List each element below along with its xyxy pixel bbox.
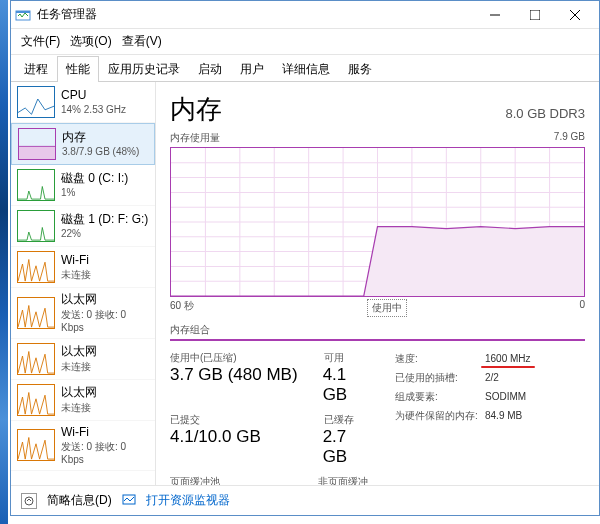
sidebar-item-disk-2[interactable]: 磁盘 0 (C: I:)1%	[11, 165, 155, 206]
composition-label: 内存组合	[170, 323, 585, 337]
stat-value: 4.1 GB	[323, 365, 375, 405]
sidebar-item-sub: 22%	[61, 227, 148, 240]
stat-key: 为硬件保留的内存:	[395, 408, 485, 423]
sidebar-item-label: 内存	[62, 130, 139, 146]
brief-info-button[interactable]: 简略信息(D)	[47, 492, 112, 509]
sidebar-item-sub: 发送: 0 接收: 0 Kbps	[61, 440, 149, 466]
sidebar-item-label: 以太网	[61, 292, 149, 308]
maximize-button[interactable]	[515, 2, 555, 28]
sidebar-item-sub: 1%	[61, 186, 128, 199]
stat-key: 组成要素:	[395, 389, 485, 404]
collapse-icon[interactable]	[21, 493, 37, 509]
stat-label: 非页面缓冲池	[318, 475, 375, 485]
svg-point-27	[25, 497, 33, 505]
stat-value: 4.1/10.0 GB	[170, 427, 299, 467]
tab-0[interactable]: 进程	[15, 56, 57, 82]
sidebar-item-label: 以太网	[61, 344, 97, 360]
mem-sparkline-icon	[18, 128, 56, 160]
menu-view[interactable]: 查看(V)	[118, 31, 166, 52]
stat-value: 1600 MHz	[485, 351, 531, 366]
net-sparkline-icon	[17, 343, 55, 375]
disk-sparkline-icon	[17, 169, 55, 201]
stat-value: 84.9 MB	[485, 408, 522, 423]
stat-label: 已缓存	[324, 413, 354, 427]
sidebar-item-label: 磁盘 1 (D: F: G:)	[61, 212, 148, 228]
sidebar-item-net-8[interactable]: Wi-Fi发送: 0 接收: 0 Kbps	[11, 421, 155, 472]
footer: 简略信息(D) 打开资源监视器	[11, 485, 599, 515]
sidebar-item-net-4[interactable]: Wi-Fi未连接	[11, 247, 155, 288]
axis-left: 60 秒	[170, 299, 194, 317]
stat-value: 3.7 GB (480 MB)	[170, 365, 299, 405]
tab-1[interactable]: 性能	[57, 56, 99, 82]
tab-2[interactable]: 应用历史记录	[99, 56, 189, 82]
net-sparkline-icon	[17, 297, 55, 329]
sidebar-item-mem-1[interactable]: 内存3.8/7.9 GB (48%)	[11, 123, 155, 165]
sidebar-item-sub: 发送: 0 接收: 0 Kbps	[61, 308, 149, 334]
tabbar: 进程性能应用历史记录启动用户详细信息服务	[11, 55, 599, 82]
stat-label: 使用中(已压缩)	[170, 351, 300, 365]
sidebar-item-net-6[interactable]: 以太网未连接	[11, 339, 155, 380]
tab-6[interactable]: 服务	[339, 56, 381, 82]
stat-key: 已使用的插槽:	[395, 370, 485, 385]
stat-label: 已提交	[170, 413, 300, 427]
svg-rect-6	[19, 146, 55, 159]
sidebar-item-label: Wi-Fi	[61, 253, 91, 269]
memory-composition-bar[interactable]	[170, 339, 585, 341]
sidebar-item-cpu-0[interactable]: CPU14% 2.53 GHz	[11, 82, 155, 123]
sidebar-item-label: CPU	[61, 88, 126, 104]
stat-key: 速度:	[395, 351, 485, 366]
chart-label-left: 内存使用量	[170, 131, 220, 145]
close-button[interactable]	[555, 2, 595, 28]
sidebar-item-net-5[interactable]: 以太网发送: 0 接收: 0 Kbps	[11, 288, 155, 339]
stat-value: 2/2	[485, 370, 499, 385]
net-sparkline-icon	[17, 429, 55, 461]
page-title: 内存	[170, 92, 222, 127]
window-title: 任务管理器	[37, 6, 475, 23]
menu-file[interactable]: 文件(F)	[17, 31, 64, 52]
sidebar-item-label: 以太网	[61, 385, 97, 401]
svg-rect-3	[530, 10, 540, 20]
memory-usage-chart[interactable]	[170, 147, 585, 297]
resmon-icon	[122, 492, 136, 509]
task-manager-window: 任务管理器 文件(F) 选项(O) 查看(V) 进程性能应用历史记录启动用户详细…	[10, 0, 600, 516]
main-panel: 内存 8.0 GB DDR3 内存使用量 7.9 GB 60 秒 使用中 0 内…	[156, 82, 599, 485]
menu-options[interactable]: 选项(O)	[66, 31, 115, 52]
axis-right: 0	[579, 299, 585, 317]
chart-label-right: 7.9 GB	[554, 131, 585, 145]
sidebar-item-sub: 3.8/7.9 GB (48%)	[62, 145, 139, 158]
tab-5[interactable]: 详细信息	[273, 56, 339, 82]
open-resource-monitor-link[interactable]: 打开资源监视器	[146, 492, 230, 509]
sidebar-item-sub: 未连接	[61, 268, 91, 281]
sidebar-item-sub: 未连接	[61, 401, 97, 414]
sidebar: CPU14% 2.53 GHz内存3.8/7.9 GB (48%)磁盘 0 (C…	[11, 82, 156, 485]
app-icon	[15, 7, 31, 23]
net-sparkline-icon	[17, 384, 55, 416]
sidebar-item-net-7[interactable]: 以太网未连接	[11, 380, 155, 421]
sidebar-item-label: Wi-Fi	[61, 425, 149, 441]
cpu-sparkline-icon	[17, 86, 55, 118]
stat-value: SODIMM	[485, 389, 526, 404]
inuse-badge: 使用中	[367, 299, 407, 317]
stat-label: 可用	[324, 351, 344, 365]
tab-3[interactable]: 启动	[189, 56, 231, 82]
svg-rect-1	[16, 11, 30, 13]
sidebar-item-disk-3[interactable]: 磁盘 1 (D: F: G:)22%	[11, 206, 155, 247]
disk-sparkline-icon	[17, 210, 55, 242]
stat-value: 2.7 GB	[323, 427, 375, 467]
sidebar-item-label: 磁盘 0 (C: I:)	[61, 171, 128, 187]
menubar: 文件(F) 选项(O) 查看(V)	[11, 29, 599, 55]
titlebar: 任务管理器	[11, 1, 599, 29]
tab-4[interactable]: 用户	[231, 56, 273, 82]
sidebar-item-sub: 14% 2.53 GHz	[61, 103, 126, 116]
memory-spec: 8.0 GB DDR3	[506, 106, 585, 121]
stat-label: 页面缓冲池	[170, 475, 294, 485]
minimize-button[interactable]	[475, 2, 515, 28]
net-sparkline-icon	[17, 251, 55, 283]
sidebar-item-sub: 未连接	[61, 360, 97, 373]
